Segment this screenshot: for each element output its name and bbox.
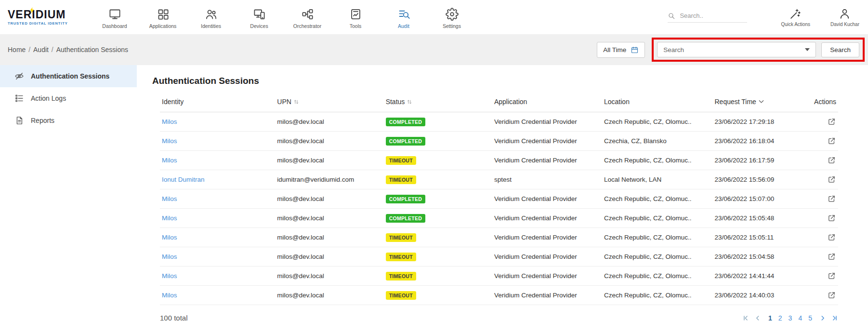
column-label: Status [386,98,405,106]
pagination-pages: 12345 [768,314,812,322]
identity-link[interactable]: Milos [162,234,177,241]
request-time-cell: 23/06/2022 15:05:11 [712,228,804,247]
search-button[interactable]: Search [821,42,859,57]
nav-item-label: Orchestrator [293,23,321,29]
identity-link[interactable]: Milos [162,214,177,222]
page-title: Authentication Sessions [152,76,838,86]
actions-cell [804,228,838,247]
upn-cell: milos@dev.local [275,228,383,247]
view-session-button[interactable] [828,156,836,164]
view-session-button[interactable] [828,291,836,299]
sidebar-item-label: Reports [31,117,54,124]
nav-item-identities[interactable]: Identities [187,6,235,29]
location-cell: Czechia, CZ, Blansko [602,132,713,151]
identity-link[interactable]: Ionut Dumitran [162,176,205,183]
orchestrator-icon [301,8,314,21]
dashboard-icon [108,8,121,21]
identity-cell: Milos [160,189,275,209]
sessions-table-area: IdentityUPNStatusApplicationLocationRequ… [160,93,838,322]
nav-item-applications[interactable]: Applications [139,6,187,29]
actions-cell [804,267,838,286]
primary-nav: DashboardApplicationsIdentitiesDevicesOr… [91,6,476,29]
upn-cell: milos@dev.local [275,286,383,305]
sidebar-item-action-logs[interactable]: Action Logs [0,87,137,109]
global-search-input[interactable] [680,12,740,19]
view-session-button[interactable] [828,118,836,126]
identity-link[interactable]: Milos [162,253,177,260]
sessions-eye-icon [14,71,24,81]
view-session-button[interactable] [828,195,836,203]
view-session-button[interactable] [828,253,836,261]
view-session-button[interactable] [828,214,836,222]
nav-item-tools[interactable]: Tools [331,6,380,29]
user-menu[interactable]: David Kuchar [830,8,859,27]
view-session-button[interactable] [828,137,836,145]
column-header-upn[interactable]: UPN [275,93,383,112]
last-page-icon [831,315,838,321]
nav-item-settings[interactable]: Settings [428,6,476,29]
open-session-icon [828,156,836,164]
view-session-button[interactable] [828,272,836,280]
table-row: Milosmilos@dev.localTIMEOUTVeridium Cred… [160,151,838,170]
location-cell: Czech Republic, CZ, Olomuc.. [602,209,713,228]
request-time-cell: 23/06/2022 15:07:00 [712,189,804,209]
logo-text: VERIDIUM [8,8,66,21]
identity-link[interactable]: Milos [162,272,177,280]
identity-link[interactable]: Milos [162,157,177,164]
time-filter-button[interactable]: All Time [597,42,645,58]
first-page-button[interactable] [742,315,749,321]
nav-item-audit[interactable]: Audit [380,6,428,29]
page-button-3[interactable]: 3 [789,314,792,322]
open-session-icon [828,233,836,241]
sidebar-item-authentication-sessions[interactable]: Authentication Sessions [0,65,137,87]
column-header-status[interactable]: Status [384,93,492,112]
view-session-button[interactable] [828,175,836,184]
status-badge: COMPLETED [386,137,426,146]
table-row: Milosmilos@dev.localTIMEOUTVeridium Cred… [160,247,838,267]
table-row: Milosmilos@dev.localCOMPLETEDVeridium Cr… [160,112,838,132]
breadcrumb-audit[interactable]: Audit [33,46,49,53]
breadcrumb: Home / Audit / Authentication Sessions [8,46,128,53]
breadcrumb-separator: / [26,46,32,53]
table-row: Milosmilos@dev.localTIMEOUTVeridium Cred… [160,228,838,247]
request-time-cell: 23/06/2022 15:04:58 [712,247,804,267]
prev-page-button[interactable] [754,315,761,321]
identity-cell: Milos [160,247,275,267]
quick-actions-icon [789,8,802,20]
column-header-actions: Actions [804,93,838,112]
upn-cell: milos@dev.local [275,112,383,132]
veridium-logo[interactable]: VERIDIUM TRUSTED DIGITAL IDENTITY [8,9,80,26]
last-page-button[interactable] [831,315,838,321]
identity-link[interactable]: Milos [162,292,177,299]
column-label: UPN [277,98,291,106]
nav-item-label: Settings [443,23,461,29]
breadcrumb-home[interactable]: Home [8,46,26,53]
identity-link[interactable]: Milos [162,137,177,145]
view-session-button[interactable] [828,233,836,241]
column-header-request-time[interactable]: Request Time [712,93,804,112]
quick-actions-button[interactable]: Quick Actions [781,8,810,27]
application-cell: Veridium Credential Provider [492,286,602,305]
sort-desc-icon [759,100,764,104]
identity-link[interactable]: Milos [162,195,177,202]
identity-link[interactable]: Milos [162,118,177,125]
search-type-dropdown[interactable]: Search [657,42,816,57]
nav-item-devices[interactable]: Devices [235,6,283,29]
application-cell: Veridium Credential Provider [492,189,602,209]
nav-item-label: Devices [250,23,268,29]
sidebar-item-reports[interactable]: Reports [0,109,137,132]
application-cell: Veridium Credential Provider [492,228,602,247]
page-button-2[interactable]: 2 [778,314,782,322]
page-button-4[interactable]: 4 [798,314,802,322]
status-badge: TIMEOUT [386,291,416,300]
page-button-1[interactable]: 1 [768,314,772,322]
location-cell: Czech Republic, CZ, Olomuc.. [602,228,713,247]
location-cell: Czech Republic, CZ, Olomuc.. [602,247,713,267]
nav-item-dashboard[interactable]: Dashboard [91,6,139,29]
status-badge: COMPLETED [386,195,426,203]
nav-item-orchestrator[interactable]: Orchestrator [283,6,331,29]
next-page-button[interactable] [819,315,826,321]
request-time-cell: 23/06/2022 14:40:03 [712,286,804,305]
page-button-5[interactable]: 5 [808,314,812,322]
table-row: Ionut Dumitranidumitran@veridiumid.comTI… [160,170,838,189]
